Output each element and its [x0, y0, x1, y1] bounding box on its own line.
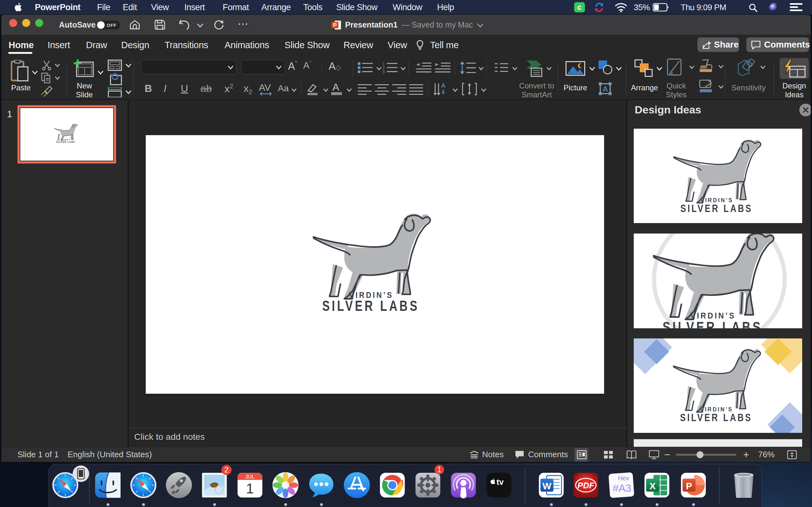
svg-text:3: 3 — [383, 70, 385, 74]
svg-text:PDF: PDF — [577, 481, 595, 490]
svg-text:Hex: Hex — [618, 475, 629, 482]
svg-text:JUL: JUL — [245, 474, 255, 480]
svg-text:2: 2 — [383, 66, 385, 70]
svg-text:X: X — [650, 481, 656, 491]
svg-text:tv: tv — [496, 477, 504, 487]
svg-text:#A3: #A3 — [612, 482, 631, 494]
svg-text:P: P — [686, 481, 693, 491]
svg-text:P: P — [333, 22, 337, 28]
svg-text:A: A — [441, 83, 446, 89]
svg-text:1: 1 — [246, 481, 254, 497]
svg-text:A: A — [603, 85, 608, 93]
svg-text:W: W — [542, 481, 551, 491]
svg-text:1: 1 — [383, 62, 385, 66]
